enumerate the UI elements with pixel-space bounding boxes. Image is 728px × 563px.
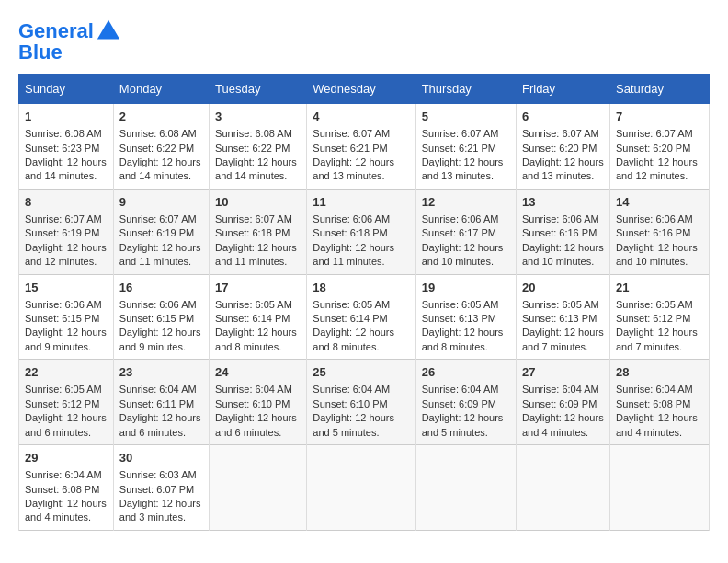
daylight: Daylight: 12 hours and 5 minutes. (422, 412, 504, 437)
daylight: Daylight: 12 hours and 6 minutes. (215, 412, 297, 437)
sunset: Sunset: 6:10 PM (313, 398, 387, 409)
calendar-cell: 2Sunrise: 6:08 AMSunset: 6:22 PMDaylight… (113, 104, 209, 190)
sunrise: Sunrise: 6:05 AM (522, 299, 599, 310)
calendar-cell: 14Sunrise: 6:06 AMSunset: 6:16 PMDayligh… (610, 189, 710, 274)
sunset: Sunset: 6:22 PM (215, 143, 290, 154)
day-number: 12 (422, 194, 510, 211)
sunrise: Sunrise: 6:08 AM (25, 128, 102, 139)
day-number: 10 (215, 194, 301, 211)
calendar-week-row: 8Sunrise: 6:07 AMSunset: 6:19 PMDaylight… (19, 189, 710, 274)
sunset: Sunset: 6:09 PM (422, 398, 496, 409)
weekday-header: Friday (516, 75, 609, 104)
sunrise: Sunrise: 6:04 AM (119, 384, 197, 395)
calendar-cell: 5Sunrise: 6:07 AMSunset: 6:21 PMDaylight… (415, 104, 516, 190)
day-number: 7 (616, 109, 703, 125)
daylight: Daylight: 12 hours and 4 minutes. (25, 498, 107, 523)
daylight: Daylight: 12 hours and 6 minutes. (119, 412, 201, 437)
day-number: 21 (616, 280, 703, 296)
sunrise: Sunrise: 6:08 AM (119, 128, 197, 139)
day-number: 20 (522, 280, 604, 296)
weekday-header: Sunday (19, 75, 114, 104)
sunset: Sunset: 6:14 PM (313, 313, 387, 324)
day-number: 19 (422, 280, 510, 296)
sunset: Sunset: 6:11 PM (119, 398, 194, 409)
sunset: Sunset: 6:17 PM (422, 227, 496, 238)
calendar-cell: 27Sunrise: 6:04 AMSunset: 6:09 PMDayligh… (516, 360, 609, 445)
sunset: Sunset: 6:15 PM (119, 313, 194, 324)
calendar-table: SundayMondayTuesdayWednesdayThursdayFrid… (18, 74, 710, 531)
daylight: Daylight: 12 hours and 5 minutes. (313, 412, 394, 437)
weekday-header: Thursday (415, 75, 516, 104)
calendar-cell: 20Sunrise: 6:05 AMSunset: 6:13 PMDayligh… (516, 274, 609, 360)
day-number: 15 (25, 280, 108, 296)
calendar-cell (516, 445, 609, 531)
day-number: 24 (215, 364, 301, 381)
calendar-cell (415, 445, 516, 531)
day-number: 27 (522, 364, 604, 381)
weekday-row: SundayMondayTuesdayWednesdayThursdayFrid… (19, 75, 710, 104)
day-number: 17 (215, 280, 301, 296)
sunset: Sunset: 6:19 PM (119, 227, 194, 238)
calendar-cell: 19Sunrise: 6:05 AMSunset: 6:13 PMDayligh… (415, 274, 516, 360)
sunrise: Sunrise: 6:06 AM (25, 299, 102, 310)
daylight: Daylight: 12 hours and 7 minutes. (522, 327, 604, 351)
calendar-week-row: 1Sunrise: 6:08 AMSunset: 6:23 PMDaylight… (19, 104, 710, 190)
day-number: 23 (119, 364, 203, 381)
sunrise: Sunrise: 6:04 AM (25, 469, 102, 480)
daylight: Daylight: 12 hours and 4 minutes. (522, 412, 604, 437)
calendar-cell (210, 445, 307, 531)
sunset: Sunset: 6:08 PM (25, 484, 99, 495)
sunset: Sunset: 6:12 PM (616, 313, 690, 324)
sunrise: Sunrise: 6:06 AM (119, 299, 197, 310)
daylight: Daylight: 12 hours and 14 minutes. (25, 156, 107, 181)
sunrise: Sunrise: 6:08 AM (215, 128, 292, 139)
daylight: Daylight: 12 hours and 11 minutes. (119, 242, 201, 267)
calendar-cell (610, 445, 710, 531)
sunrise: Sunrise: 6:04 AM (616, 384, 693, 395)
daylight: Daylight: 12 hours and 7 minutes. (616, 327, 698, 351)
sunset: Sunset: 6:20 PM (522, 143, 597, 154)
weekday-header: Monday (113, 75, 209, 104)
sunset: Sunset: 6:13 PM (422, 313, 496, 324)
daylight: Daylight: 12 hours and 9 minutes. (25, 327, 107, 351)
day-number: 30 (119, 450, 203, 466)
sunset: Sunset: 6:13 PM (522, 313, 597, 324)
day-number: 13 (522, 194, 604, 211)
calendar-cell: 24Sunrise: 6:04 AMSunset: 6:10 PMDayligh… (210, 360, 307, 445)
daylight: Daylight: 12 hours and 6 minutes. (25, 412, 107, 437)
sunrise: Sunrise: 6:07 AM (119, 213, 197, 224)
daylight: Daylight: 12 hours and 3 minutes. (119, 498, 201, 523)
daylight: Daylight: 12 hours and 8 minutes. (215, 327, 297, 351)
sunrise: Sunrise: 6:05 AM (313, 299, 390, 310)
sunrise: Sunrise: 6:06 AM (616, 213, 693, 224)
calendar-cell: 8Sunrise: 6:07 AMSunset: 6:19 PMDaylight… (19, 189, 114, 274)
calendar-cell: 21Sunrise: 6:05 AMSunset: 6:12 PMDayligh… (610, 274, 710, 360)
daylight: Daylight: 12 hours and 9 minutes. (119, 327, 201, 351)
sunrise: Sunrise: 6:07 AM (313, 128, 390, 139)
day-number: 2 (119, 109, 203, 125)
calendar-week-row: 29Sunrise: 6:04 AMSunset: 6:08 PMDayligh… (19, 445, 710, 531)
calendar-cell: 3Sunrise: 6:08 AMSunset: 6:22 PMDaylight… (210, 104, 307, 190)
sunset: Sunset: 6:21 PM (313, 143, 387, 154)
calendar-cell: 15Sunrise: 6:06 AMSunset: 6:15 PMDayligh… (19, 274, 114, 360)
sunrise: Sunrise: 6:05 AM (422, 299, 499, 310)
calendar-week-row: 15Sunrise: 6:06 AMSunset: 6:15 PMDayligh… (19, 274, 710, 360)
calendar-cell: 9Sunrise: 6:07 AMSunset: 6:19 PMDaylight… (113, 189, 209, 274)
day-number: 22 (25, 364, 108, 381)
daylight: Daylight: 12 hours and 8 minutes. (313, 327, 394, 351)
sunrise: Sunrise: 6:07 AM (215, 213, 292, 224)
sunrise: Sunrise: 6:06 AM (313, 213, 390, 224)
day-number: 3 (215, 109, 301, 125)
sunset: Sunset: 6:16 PM (616, 227, 690, 238)
calendar-cell: 13Sunrise: 6:06 AMSunset: 6:16 PMDayligh… (516, 189, 609, 274)
weekday-header: Wednesday (307, 75, 415, 104)
sunset: Sunset: 6:21 PM (422, 143, 496, 154)
sunrise: Sunrise: 6:06 AM (522, 213, 599, 224)
day-number: 4 (313, 109, 409, 125)
calendar-cell: 29Sunrise: 6:04 AMSunset: 6:08 PMDayligh… (19, 445, 114, 531)
calendar-cell: 4Sunrise: 6:07 AMSunset: 6:21 PMDaylight… (307, 104, 415, 190)
sunrise: Sunrise: 6:03 AM (119, 469, 197, 480)
sunrise: Sunrise: 6:07 AM (25, 213, 102, 224)
daylight: Daylight: 12 hours and 4 minutes. (616, 412, 698, 437)
weekday-header: Saturday (610, 75, 710, 104)
